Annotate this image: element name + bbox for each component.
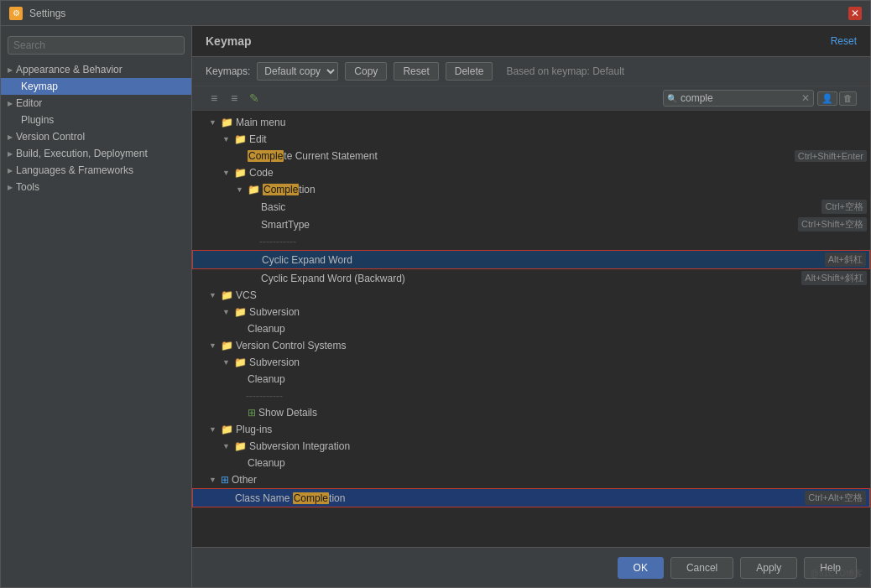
node-label: VCS (236, 289, 867, 301)
reset-link[interactable]: Reset (831, 35, 857, 47)
search-prev-button[interactable]: 👤 (817, 91, 837, 106)
node-label: Other (232, 474, 867, 486)
collapse-all-icon[interactable]: ≡ (226, 91, 243, 105)
sidebar-item-plugins[interactable]: Plugins (1, 112, 191, 128)
expand-arrow: ▼ (222, 358, 234, 367)
search-container: 🔍 ✕ (663, 90, 814, 107)
node-label: Subversion Integration (249, 440, 867, 452)
tree-node-subversion-int[interactable]: ▼ 📁 Subversion Integration (192, 438, 870, 455)
tree-node-cyclic-expand[interactable]: Cyclic Expand Word Alt+斜杠 (192, 250, 870, 269)
settings-window: ⚙ Settings ✕ ▶ Appearance & Behavior Key… (0, 0, 871, 588)
shortcut-label: Alt+Shift+斜杠 (801, 271, 867, 285)
sidebar-item-tools[interactable]: ▶ Tools (1, 179, 191, 195)
app-icon: ⚙ (9, 7, 23, 20)
apply-button[interactable]: Apply (740, 557, 797, 579)
keymap-select[interactable]: Default copy (257, 62, 338, 81)
tree-node-code[interactable]: ▼ 📁 Code (192, 164, 870, 181)
delete-button[interactable]: Delete (446, 62, 493, 81)
node-label: Class Name Completion (235, 492, 805, 504)
tree-node-plugins[interactable]: ▼ 📁 Plug-ins (192, 421, 870, 438)
cancel-button[interactable]: Cancel (670, 557, 733, 579)
sidebar-item-label: Build, Execution, Deployment (16, 148, 148, 159)
sidebar-item-label: Editor (16, 97, 42, 109)
expand-arrow: ▼ (209, 425, 221, 434)
other-folder-icon: ⊞ (221, 474, 229, 486)
main-content: ▶ Appearance & Behavior Keymap ▶ Editor … (1, 26, 870, 587)
sidebar-search-input[interactable] (8, 36, 185, 55)
tree-node-smarttype[interactable]: SmartType Ctrl+Shift+空格 (192, 216, 870, 233)
edit-icon[interactable]: ✎ (246, 91, 263, 105)
search-next-button[interactable]: 🗑 (839, 91, 857, 106)
tree-node-completion[interactable]: ▼ 📁 Completion (192, 181, 870, 198)
node-label: Complete Current Statement (248, 150, 795, 162)
expand-arrow: ▼ (222, 442, 234, 450)
node-label: Cleanup (248, 323, 867, 335)
tree-separator-1: ----------- (192, 233, 870, 250)
title-bar: ⚙ Settings ✕ (1, 1, 870, 26)
search-input[interactable] (681, 92, 798, 104)
folder-icon: 📁 (234, 167, 247, 179)
keymaps-label: Keymaps: (206, 65, 250, 77)
node-label: Subversion (249, 306, 867, 318)
node-label: Code (249, 167, 867, 179)
separator-label: ----------- (246, 390, 867, 402)
tree-node-cleanup3[interactable]: Cleanup (192, 455, 870, 471)
sidebar-item-languages[interactable]: ▶ Languages & Frameworks (1, 162, 191, 179)
sidebar-item-editor[interactable]: ▶ Editor (1, 95, 191, 112)
tree-node-subversion2[interactable]: ▼ 📁 Subversion (192, 354, 870, 371)
close-button[interactable]: ✕ (848, 7, 862, 20)
shortcut-label: Ctrl+Shift+Enter (795, 150, 867, 162)
node-label: SmartType (261, 219, 798, 231)
based-on-text: Based on keymap: Default (506, 65, 624, 77)
sidebar-item-label: Appearance & Behavior (16, 64, 123, 75)
tree-node-other[interactable]: ▼ ⊞ Other (192, 471, 870, 488)
sidebar-item-keymap[interactable]: Keymap (1, 78, 191, 95)
tree-node-cyclic-expand-back[interactable]: Cyclic Expand Word (Backward) Alt+Shift+… (192, 269, 870, 287)
sidebar-item-label: Plugins (21, 114, 54, 126)
tree-node-basic[interactable]: Basic Ctrl+空格 (192, 198, 870, 216)
tree-node-edit[interactable]: ▼ 📁 Edit (192, 131, 870, 148)
sidebar-item-label: Version Control (16, 131, 85, 143)
expand-arrow: ▼ (209, 118, 221, 127)
toolbar-row: Keymaps: Default copy Copy Reset Delete … (192, 57, 870, 86)
tree-separator-2: ----------- (192, 388, 870, 404)
tree-node-main-menu[interactable]: ▼ 📁 Main menu (192, 114, 870, 131)
tree-node-complete-current[interactable]: Complete Current Statement Ctrl+Shift+En… (192, 148, 870, 164)
reset-button[interactable]: Reset (394, 62, 438, 81)
node-label: Plug-ins (236, 424, 867, 435)
tree-node-class-name[interactable]: Class Name Completion Ctrl+Alt+空格 (192, 488, 870, 507)
panel-header: Keymap Reset (192, 26, 870, 57)
window-title: Settings (29, 8, 65, 19)
copy-button[interactable]: Copy (345, 62, 387, 81)
sidebar-item-version-control[interactable]: ▶ Version Control (1, 128, 191, 145)
highlight: Comple (248, 150, 284, 162)
expand-arrow: ▼ (209, 341, 221, 350)
expand-all-icon[interactable]: ≡ (206, 91, 222, 105)
arrow-icon: ▶ (8, 184, 13, 191)
node-label: Cleanup (248, 457, 867, 469)
sidebar-item-build[interactable]: ▶ Build, Execution, Deployment (1, 145, 191, 162)
shortcut-label: Ctrl+空格 (821, 200, 867, 214)
folder-icon: 📁 (234, 356, 247, 368)
tree-node-show-details[interactable]: ⊞ Show Details (192, 404, 870, 421)
title-bar-left: ⚙ Settings (9, 7, 65, 20)
tree-node-cleanup1[interactable]: Cleanup (192, 320, 870, 337)
search-icon: 🔍 (667, 94, 677, 103)
search-action-buttons: 👤 🗑 (817, 91, 857, 106)
folder-icon: 📁 (248, 184, 260, 195)
tree-node-vcs-systems[interactable]: ▼ 📁 Version Control Systems (192, 337, 870, 354)
tree-container[interactable]: ▼ 📁 Main menu ▼ 📁 Edit (192, 111, 870, 547)
sidebar-item-appearance[interactable]: ▶ Appearance & Behavior (1, 61, 191, 78)
ok-button[interactable]: OK (618, 557, 664, 579)
tree-node-vcs[interactable]: ▼ 📁 VCS (192, 287, 870, 304)
arrow-icon: ▶ (8, 66, 13, 74)
expand-arrow: ▼ (222, 308, 234, 316)
tree-node-cleanup2[interactable]: Cleanup (192, 371, 870, 388)
expand-arrow: ▼ (236, 185, 248, 194)
clear-icon[interactable]: ✕ (801, 92, 810, 104)
node-label: Main menu (236, 117, 867, 128)
folder-icon: 📁 (234, 133, 247, 145)
expand-arrow: ▼ (209, 476, 221, 484)
separator-label: ----------- (259, 236, 867, 247)
tree-node-subversion1[interactable]: ▼ 📁 Subversion (192, 304, 870, 320)
